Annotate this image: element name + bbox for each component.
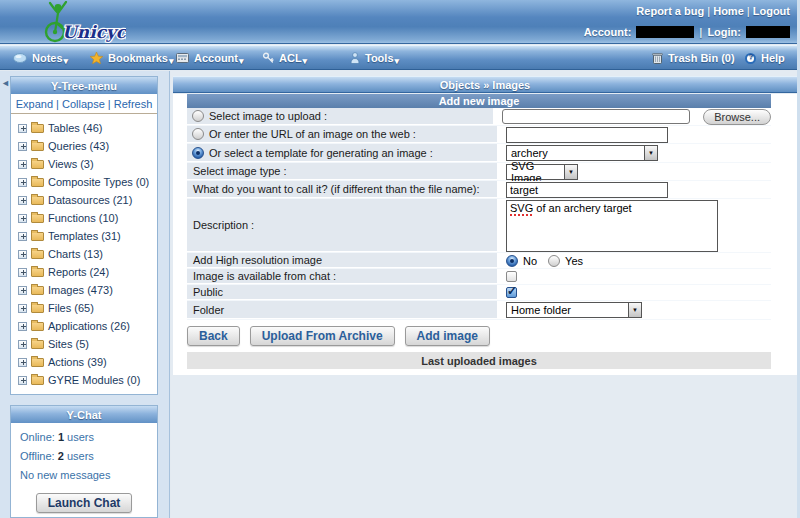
row-image-url: Or enter the URL of an image on the web … [187,126,771,144]
expand-plus-icon[interactable] [18,322,27,331]
chat-panel-header: Y-Chat [11,406,157,423]
tree-item-charts[interactable]: Charts (13) [18,245,155,263]
expand-plus-icon[interactable] [18,358,27,367]
template-radio[interactable] [192,147,204,159]
tree-item-templates[interactable]: Templates (31) [18,227,155,245]
refresh-link[interactable]: Refresh [114,98,153,110]
trash-icon [652,52,663,64]
folder-icon [31,340,44,349]
report-bug-link[interactable]: Report a bug [636,5,713,17]
row-available-from-chat: Image is available from chat : [187,269,771,285]
tree-item-applications[interactable]: Applications (26) [18,317,155,335]
expand-plus-icon[interactable] [18,160,27,169]
expand-plus-icon[interactable] [18,178,27,187]
last-uploaded-images-header: Last uploaded images [187,352,771,369]
separator [699,26,702,38]
tree-item-files[interactable]: Files (65) [18,299,155,317]
spellcheck-underline [510,214,533,216]
main-menu-bar: Notes Bookmarks Account ACL Tools Trash … [0,45,800,70]
login-label: Login: [707,26,741,38]
upload-radio[interactable] [192,110,204,122]
content-panel: Add new image Select image to upload : B… [173,94,797,375]
menu-acl[interactable]: ACL [262,50,306,66]
tree-menu-actions: ExpandCollapseRefresh [11,94,157,114]
url-radio[interactable] [192,128,204,140]
tree-menu-header: Y-Tree-menu [11,77,157,94]
unicycle-logo[interactable]: Unicycle [42,1,126,43]
image-type-select[interactable]: SVG Image [506,164,578,180]
row-template: Or select a template for generating an i… [187,144,771,163]
tree-item-queries[interactable]: Queries (43) [18,137,155,155]
menu-account[interactable]: Account [176,50,243,66]
expand-plus-icon[interactable] [18,142,27,151]
top-links: Report a bugHomeLogout [636,5,790,17]
menu-help[interactable]: Help [745,50,785,66]
upload-from-archive-button[interactable]: Upload From Archive [250,326,395,346]
expand-plus-icon[interactable] [18,214,27,223]
form-title: Add new image [187,94,771,108]
expand-plus-icon[interactable] [18,232,27,241]
key-icon [262,52,274,64]
tree-item-datasources[interactable]: Datasources (21) [18,191,155,209]
back-button[interactable]: Back [187,326,240,346]
tree-item-views[interactable]: Views (3) [18,155,155,173]
launch-chat-button[interactable]: Launch Chat [36,493,133,513]
tree-item-reports[interactable]: Reports (24) [18,263,155,281]
breadcrumb: Objects » Images [173,76,797,93]
expand-plus-icon[interactable] [18,124,27,133]
add-image-button[interactable]: Add image [405,326,490,346]
sidebar-collapse-arrow[interactable]: ◄ [1,78,10,88]
browse-button[interactable]: Browse... [703,109,771,125]
folder-icon [31,142,44,151]
hires-yes-radio[interactable] [548,255,560,267]
login-value-redacted [746,26,790,38]
collapse-link[interactable]: Collapse [62,98,114,110]
chevron-down-icon [628,303,641,317]
account-icon [176,53,189,63]
expand-plus-icon[interactable] [18,304,27,313]
row-folder: Folder Home folder [187,301,771,320]
tree-item-gyre-modules[interactable]: GYRE Modules (0) [18,371,155,389]
add-image-form: Add new image Select image to upload : B… [187,94,771,320]
tree-item-actions[interactable]: Actions (39) [18,353,155,371]
star-icon [90,52,103,64]
tree-item-composite-types[interactable]: Composite Types (0) [18,173,155,191]
chevron-down-icon [564,165,577,179]
expand-plus-icon[interactable] [18,376,27,385]
hires-no-radio[interactable] [506,255,518,267]
expand-link[interactable]: Expand [16,98,62,110]
menu-tools[interactable]: Tools [350,50,398,66]
tree-item-sites[interactable]: Sites (5) [18,335,155,353]
chat-checkbox[interactable] [506,271,517,282]
folder-icon [31,232,44,241]
expand-plus-icon[interactable] [18,286,27,295]
tree-item-functions[interactable]: Functions (10) [18,209,155,227]
menu-bookmarks[interactable]: Bookmarks [90,50,172,66]
url-input[interactable] [506,127,668,143]
chat-offline-status: Offline: 2 users [20,450,148,462]
folder-icon [31,160,44,169]
expand-plus-icon[interactable] [18,268,27,277]
expand-plus-icon[interactable] [18,250,27,259]
row-name: What do you want to call it? (if differe… [187,181,771,199]
file-input[interactable] [502,109,690,124]
menu-trash-bin[interactable]: Trash Bin (0) [652,50,735,66]
menu-notes[interactable]: Notes [13,50,67,66]
logout-link[interactable]: Logout [753,5,790,17]
tree-item-tables[interactable]: Tables (46) [18,119,155,137]
name-input[interactable] [506,182,668,198]
home-link[interactable]: Home [713,5,753,17]
folder-icon [31,286,44,295]
chat-panel-body: Online: 1 users Offline: 2 users No new … [11,423,157,513]
public-checkbox[interactable] [506,287,517,298]
description-textarea[interactable]: SVG of an archery target [506,200,718,252]
row-high-resolution: Add High resolution image No Yes [187,253,771,269]
folder-icon [31,124,44,133]
folder-select[interactable]: Home folder [506,302,642,318]
expand-plus-icon[interactable] [18,340,27,349]
row-public: Public [187,285,771,301]
tree-item-images[interactable]: Images (473) [18,281,155,299]
folder-icon [31,304,44,313]
expand-plus-icon[interactable] [18,196,27,205]
folder-icon [31,196,44,205]
